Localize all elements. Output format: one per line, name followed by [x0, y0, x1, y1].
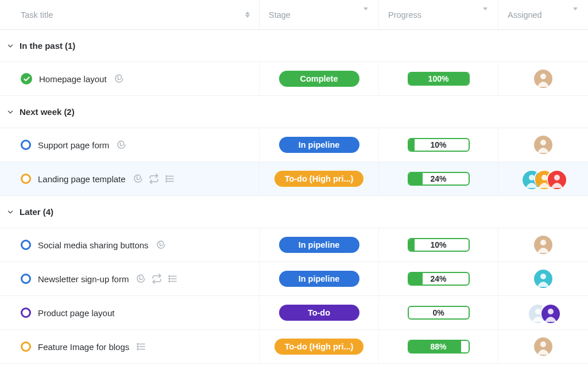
progress-bar[interactable]: 24% [408, 272, 470, 286]
progress-bar[interactable]: 10% [408, 138, 470, 152]
attachment-icon[interactable] [136, 274, 146, 284]
group-count: (1) [65, 41, 75, 51]
stage-pill[interactable]: Complete [279, 71, 359, 87]
status-ring-icon[interactable] [21, 140, 31, 150]
svg-point-29 [548, 309, 554, 314]
stage-label: In pipeline [299, 240, 340, 249]
task-row[interactable]: Support page formIn pipeline10% [0, 128, 588, 162]
stage-pill[interactable]: To-do (High pri...) [274, 171, 364, 187]
stage-pill[interactable]: In pipeline [279, 237, 359, 253]
task-title: Landing page template [38, 174, 126, 184]
chevron-down-icon[interactable] [573, 10, 578, 20]
recurring-icon[interactable] [149, 174, 159, 184]
svg-point-8 [166, 178, 167, 179]
subtasks-icon[interactable] [168, 274, 178, 284]
stage-label: To-do [308, 308, 330, 317]
recurring-icon[interactable] [152, 274, 162, 284]
task-title: Product page layout [38, 308, 114, 318]
column-header-assigned[interactable]: Assigned [498, 0, 588, 29]
column-header-label: Stage [269, 10, 291, 20]
task-table: Task title Stage Progress Assigned In th… [0, 0, 588, 364]
status-done-icon[interactable] [21, 73, 32, 84]
progress-label: 10% [409, 139, 469, 151]
column-header-stage[interactable]: Stage [260, 0, 379, 29]
progress-label: 0% [409, 307, 469, 318]
group-header[interactable]: Later(4) [0, 196, 588, 228]
progress-bar[interactable]: 10% [408, 238, 470, 252]
stage-label: In pipeline [299, 274, 340, 283]
group-label-text: In the past [20, 41, 63, 51]
svg-point-25 [540, 274, 546, 279]
stage-pill[interactable]: To-do [279, 305, 359, 321]
task-row[interactable]: Newsletter sign-up formIn pipeline24% [0, 262, 588, 296]
progress-bar[interactable]: 100% [408, 72, 470, 86]
progress-bar[interactable]: 0% [408, 306, 470, 320]
avatar-stack[interactable] [521, 170, 565, 188]
stage-pill[interactable]: In pipeline [279, 271, 359, 287]
svg-point-35 [137, 349, 138, 350]
attachment-icon[interactable] [116, 140, 126, 150]
progress-label: 10% [409, 239, 469, 251]
status-ring-icon[interactable] [21, 308, 31, 318]
svg-point-37 [540, 341, 546, 347]
avatar[interactable] [534, 136, 552, 154]
svg-point-34 [137, 346, 138, 347]
stage-pill[interactable]: To-do (High pri...) [274, 339, 364, 355]
chevron-down-icon[interactable] [5, 108, 16, 116]
task-row[interactable]: Landing page templateTo-do (High pri...)… [0, 162, 588, 196]
task-row[interactable]: Homepage layoutComplete100% [0, 62, 588, 96]
column-header-label: Progress [388, 10, 421, 20]
status-ring-icon[interactable] [21, 341, 31, 352]
task-row[interactable]: Feature Image for blogsTo-do (High pri..… [0, 330, 588, 364]
task-title: Feature Image for blogs [38, 342, 129, 352]
avatar-stack[interactable] [528, 303, 559, 322]
chevron-down-icon[interactable] [5, 208, 16, 216]
progress-bar[interactable]: 24% [408, 172, 470, 186]
chevron-down-icon[interactable] [5, 42, 16, 50]
stage-label: In pipeline [299, 140, 340, 149]
group-label-text: Next week [20, 107, 61, 117]
task-row[interactable]: Social media sharing buttonsIn pipeline1… [0, 228, 588, 262]
status-ring-icon[interactable] [21, 240, 31, 250]
stage-pill[interactable]: In pipeline [279, 137, 359, 153]
subtasks-icon[interactable] [136, 341, 146, 352]
avatar[interactable] [534, 337, 552, 356]
chevron-down-icon[interactable] [483, 10, 488, 20]
task-title: Newsletter sign-up form [38, 274, 129, 284]
progress-label: 88% [409, 341, 469, 352]
group-count: (4) [43, 207, 53, 217]
avatar[interactable] [534, 236, 552, 254]
task-row[interactable]: Product page layoutTo-do0% [0, 296, 588, 330]
attachment-icon[interactable] [156, 240, 166, 250]
task-title: Homepage layout [39, 74, 107, 84]
group-header[interactable]: Next week(2) [0, 96, 588, 128]
progress-label: 24% [409, 273, 469, 285]
task-title: Support page form [38, 140, 109, 150]
task-title: Social media sharing buttons [38, 240, 149, 250]
group-header[interactable]: In the past(1) [0, 30, 588, 62]
column-header-progress[interactable]: Progress [379, 0, 498, 29]
attachment-icon[interactable] [133, 174, 143, 184]
svg-point-22 [169, 278, 170, 279]
column-header-label: Task title [21, 10, 53, 20]
avatar[interactable] [547, 170, 565, 188]
stage-label: To-do (High pri...) [285, 342, 354, 351]
attachment-icon[interactable] [114, 74, 124, 84]
group-count: (2) [64, 107, 74, 117]
column-header-title[interactable]: Task title [0, 0, 260, 29]
svg-point-15 [554, 175, 560, 180]
avatar[interactable] [540, 303, 559, 322]
table-header: Task title Stage Progress Assigned [0, 0, 588, 30]
sort-icon[interactable] [245, 11, 250, 18]
status-ring-icon[interactable] [21, 174, 31, 184]
subtasks-icon[interactable] [165, 174, 175, 184]
progress-label: 100% [409, 73, 469, 84]
avatar[interactable] [534, 70, 552, 88]
svg-point-17 [540, 240, 546, 245]
progress-bar[interactable]: 88% [408, 340, 470, 354]
status-ring-icon[interactable] [21, 274, 31, 284]
svg-point-21 [169, 276, 170, 277]
avatar[interactable] [534, 270, 552, 288]
chevron-down-icon[interactable] [363, 10, 368, 20]
column-header-label: Assigned [508, 10, 542, 20]
